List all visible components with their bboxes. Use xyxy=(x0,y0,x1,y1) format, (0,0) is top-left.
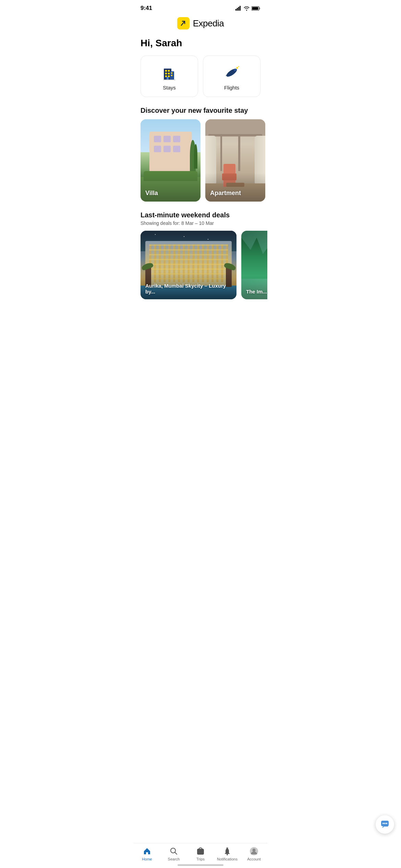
logo-box xyxy=(177,17,190,29)
svg-rect-5 xyxy=(259,8,260,9)
villa-card[interactable]: Villa xyxy=(141,119,200,202)
deals-subtitle: Showing deals for: 8 Mar – 10 Mar xyxy=(141,220,260,226)
flights-card[interactable]: Flights xyxy=(203,56,260,97)
plane-icon xyxy=(223,64,241,82)
status-icons xyxy=(235,6,260,11)
discover-section-header: Discover your new favourite stay xyxy=(134,107,267,119)
svg-rect-17 xyxy=(167,77,169,80)
svg-point-19 xyxy=(225,67,238,78)
deal-card-2[interactable]: The Im... xyxy=(241,231,267,299)
expedia-logo-icon xyxy=(180,20,187,27)
battery-icon xyxy=(252,6,260,11)
greeting-text: Hi, Sarah xyxy=(141,38,260,49)
svg-rect-12 xyxy=(168,73,170,74)
deals-title: Last-minute weekend deals xyxy=(141,211,260,219)
svg-rect-16 xyxy=(171,75,172,76)
brand-name: Expedia xyxy=(193,18,224,29)
greeting-section: Hi, Sarah xyxy=(134,35,267,56)
svg-rect-11 xyxy=(165,73,167,74)
deal-2-name: The Im... xyxy=(246,289,267,294)
stays-icon xyxy=(159,64,180,81)
svg-point-21 xyxy=(236,67,238,69)
svg-rect-18 xyxy=(163,80,175,80)
discover-title: Discover your new favourite stay xyxy=(141,107,260,114)
stays-card[interactable]: Stays xyxy=(141,56,198,97)
svg-rect-1 xyxy=(237,8,238,11)
category-cards-scroll[interactable]: Villa xyxy=(134,119,267,211)
apartment-label: Apartment xyxy=(210,190,241,197)
status-bar: 9:41 xyxy=(134,0,267,14)
svg-point-22 xyxy=(238,66,239,67)
svg-rect-9 xyxy=(165,70,167,72)
wifi-icon xyxy=(244,6,250,11)
svg-rect-2 xyxy=(238,7,239,11)
status-time: 9:41 xyxy=(141,5,152,12)
deals-section-header: Last-minute weekend deals Showing deals … xyxy=(134,211,267,231)
deals-cards-scroll[interactable]: Aurika, Mumbai Skycity – Luxury by... Th… xyxy=(134,231,267,309)
villa-label: Villa xyxy=(145,190,158,197)
flights-icon xyxy=(221,64,242,81)
flights-label: Flights xyxy=(224,85,239,91)
apartment-card[interactable]: Apartment xyxy=(205,119,265,202)
quick-actions: Stays Flights xyxy=(134,56,267,107)
stays-label: Stays xyxy=(163,85,176,91)
deal-card-1[interactable]: Aurika, Mumbai Skycity – Luxury by... xyxy=(141,231,236,299)
svg-rect-0 xyxy=(235,9,236,11)
svg-rect-10 xyxy=(168,70,170,72)
signal-icon xyxy=(235,6,242,11)
app-header: Expedia xyxy=(134,14,267,35)
svg-rect-3 xyxy=(240,6,241,11)
svg-rect-15 xyxy=(171,72,172,74)
building-icon xyxy=(160,64,178,82)
svg-rect-6 xyxy=(252,7,258,10)
deal-1-name: Aurika, Mumbai Skycity – Luxury by... xyxy=(145,283,232,294)
